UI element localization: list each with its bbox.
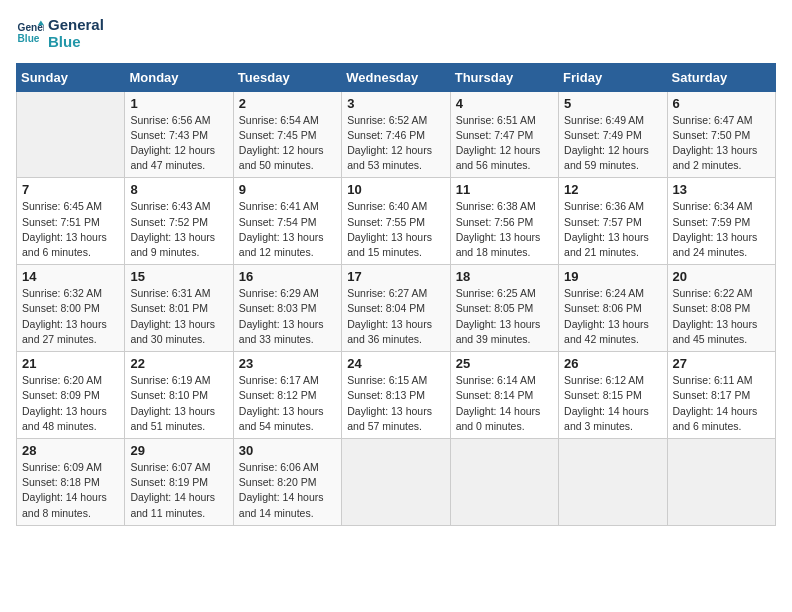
weekday-header-monday: Monday <box>125 63 233 91</box>
calendar-cell: 16Sunrise: 6:29 AMSunset: 8:03 PMDayligh… <box>233 265 341 352</box>
logo-text-blue: Blue <box>48 33 104 50</box>
day-number: 25 <box>456 356 553 371</box>
day-number: 1 <box>130 96 227 111</box>
day-number: 26 <box>564 356 661 371</box>
day-info: Sunrise: 6:22 AMSunset: 8:08 PMDaylight:… <box>673 286 770 347</box>
calendar-cell: 28Sunrise: 6:09 AMSunset: 8:18 PMDayligh… <box>17 439 125 526</box>
calendar-cell: 5Sunrise: 6:49 AMSunset: 7:49 PMDaylight… <box>559 91 667 178</box>
calendar-cell: 3Sunrise: 6:52 AMSunset: 7:46 PMDaylight… <box>342 91 450 178</box>
calendar-cell: 29Sunrise: 6:07 AMSunset: 8:19 PMDayligh… <box>125 439 233 526</box>
day-info: Sunrise: 6:09 AMSunset: 8:18 PMDaylight:… <box>22 460 119 521</box>
day-number: 29 <box>130 443 227 458</box>
weekday-header-wednesday: Wednesday <box>342 63 450 91</box>
day-info: Sunrise: 6:25 AMSunset: 8:05 PMDaylight:… <box>456 286 553 347</box>
calendar-cell: 24Sunrise: 6:15 AMSunset: 8:13 PMDayligh… <box>342 352 450 439</box>
day-info: Sunrise: 6:11 AMSunset: 8:17 PMDaylight:… <box>673 373 770 434</box>
calendar-week-2: 7Sunrise: 6:45 AMSunset: 7:51 PMDaylight… <box>17 178 776 265</box>
day-info: Sunrise: 6:19 AMSunset: 8:10 PMDaylight:… <box>130 373 227 434</box>
day-number: 10 <box>347 182 444 197</box>
day-info: Sunrise: 6:38 AMSunset: 7:56 PMDaylight:… <box>456 199 553 260</box>
calendar-week-1: 1Sunrise: 6:56 AMSunset: 7:43 PMDaylight… <box>17 91 776 178</box>
calendar-cell: 1Sunrise: 6:56 AMSunset: 7:43 PMDaylight… <box>125 91 233 178</box>
calendar-cell: 13Sunrise: 6:34 AMSunset: 7:59 PMDayligh… <box>667 178 775 265</box>
day-number: 7 <box>22 182 119 197</box>
day-number: 21 <box>22 356 119 371</box>
calendar-cell: 9Sunrise: 6:41 AMSunset: 7:54 PMDaylight… <box>233 178 341 265</box>
day-number: 16 <box>239 269 336 284</box>
calendar-cell: 21Sunrise: 6:20 AMSunset: 8:09 PMDayligh… <box>17 352 125 439</box>
day-number: 22 <box>130 356 227 371</box>
day-info: Sunrise: 6:31 AMSunset: 8:01 PMDaylight:… <box>130 286 227 347</box>
calendar-cell: 6Sunrise: 6:47 AMSunset: 7:50 PMDaylight… <box>667 91 775 178</box>
day-info: Sunrise: 6:40 AMSunset: 7:55 PMDaylight:… <box>347 199 444 260</box>
calendar-header-row: SundayMondayTuesdayWednesdayThursdayFrid… <box>17 63 776 91</box>
weekday-header-sunday: Sunday <box>17 63 125 91</box>
day-info: Sunrise: 6:15 AMSunset: 8:13 PMDaylight:… <box>347 373 444 434</box>
day-number: 2 <box>239 96 336 111</box>
calendar-cell: 27Sunrise: 6:11 AMSunset: 8:17 PMDayligh… <box>667 352 775 439</box>
day-info: Sunrise: 6:12 AMSunset: 8:15 PMDaylight:… <box>564 373 661 434</box>
day-number: 18 <box>456 269 553 284</box>
calendar-cell: 20Sunrise: 6:22 AMSunset: 8:08 PMDayligh… <box>667 265 775 352</box>
day-number: 3 <box>347 96 444 111</box>
day-number: 27 <box>673 356 770 371</box>
calendar-cell: 14Sunrise: 6:32 AMSunset: 8:00 PMDayligh… <box>17 265 125 352</box>
weekday-header-saturday: Saturday <box>667 63 775 91</box>
calendar-cell: 19Sunrise: 6:24 AMSunset: 8:06 PMDayligh… <box>559 265 667 352</box>
calendar-cell <box>17 91 125 178</box>
calendar-cell <box>559 439 667 526</box>
day-number: 28 <box>22 443 119 458</box>
day-number: 24 <box>347 356 444 371</box>
day-number: 13 <box>673 182 770 197</box>
calendar-cell: 12Sunrise: 6:36 AMSunset: 7:57 PMDayligh… <box>559 178 667 265</box>
calendar-cell: 23Sunrise: 6:17 AMSunset: 8:12 PMDayligh… <box>233 352 341 439</box>
day-info: Sunrise: 6:32 AMSunset: 8:00 PMDaylight:… <box>22 286 119 347</box>
day-info: Sunrise: 6:45 AMSunset: 7:51 PMDaylight:… <box>22 199 119 260</box>
day-info: Sunrise: 6:24 AMSunset: 8:06 PMDaylight:… <box>564 286 661 347</box>
logo-text-general: General <box>48 16 104 33</box>
calendar-cell <box>450 439 558 526</box>
day-number: 11 <box>456 182 553 197</box>
day-number: 23 <box>239 356 336 371</box>
day-info: Sunrise: 6:06 AMSunset: 8:20 PMDaylight:… <box>239 460 336 521</box>
calendar-cell: 26Sunrise: 6:12 AMSunset: 8:15 PMDayligh… <box>559 352 667 439</box>
calendar-cell <box>667 439 775 526</box>
calendar-cell: 17Sunrise: 6:27 AMSunset: 8:04 PMDayligh… <box>342 265 450 352</box>
day-info: Sunrise: 6:14 AMSunset: 8:14 PMDaylight:… <box>456 373 553 434</box>
calendar-week-4: 21Sunrise: 6:20 AMSunset: 8:09 PMDayligh… <box>17 352 776 439</box>
calendar-cell: 10Sunrise: 6:40 AMSunset: 7:55 PMDayligh… <box>342 178 450 265</box>
day-info: Sunrise: 6:34 AMSunset: 7:59 PMDaylight:… <box>673 199 770 260</box>
day-number: 30 <box>239 443 336 458</box>
day-number: 12 <box>564 182 661 197</box>
calendar-cell: 15Sunrise: 6:31 AMSunset: 8:01 PMDayligh… <box>125 265 233 352</box>
day-number: 19 <box>564 269 661 284</box>
svg-text:Blue: Blue <box>18 33 40 44</box>
calendar-body: 1Sunrise: 6:56 AMSunset: 7:43 PMDaylight… <box>17 91 776 525</box>
day-info: Sunrise: 6:36 AMSunset: 7:57 PMDaylight:… <box>564 199 661 260</box>
day-info: Sunrise: 6:27 AMSunset: 8:04 PMDaylight:… <box>347 286 444 347</box>
day-number: 20 <box>673 269 770 284</box>
day-info: Sunrise: 6:07 AMSunset: 8:19 PMDaylight:… <box>130 460 227 521</box>
day-info: Sunrise: 6:41 AMSunset: 7:54 PMDaylight:… <box>239 199 336 260</box>
page-header: General Blue General Blue <box>16 16 776 51</box>
day-number: 6 <box>673 96 770 111</box>
calendar-cell <box>342 439 450 526</box>
day-number: 8 <box>130 182 227 197</box>
calendar-week-5: 28Sunrise: 6:09 AMSunset: 8:18 PMDayligh… <box>17 439 776 526</box>
calendar-cell: 4Sunrise: 6:51 AMSunset: 7:47 PMDaylight… <box>450 91 558 178</box>
logo: General Blue General Blue <box>16 16 104 51</box>
day-info: Sunrise: 6:29 AMSunset: 8:03 PMDaylight:… <box>239 286 336 347</box>
day-info: Sunrise: 6:49 AMSunset: 7:49 PMDaylight:… <box>564 113 661 174</box>
weekday-header-thursday: Thursday <box>450 63 558 91</box>
calendar-week-3: 14Sunrise: 6:32 AMSunset: 8:00 PMDayligh… <box>17 265 776 352</box>
day-info: Sunrise: 6:56 AMSunset: 7:43 PMDaylight:… <box>130 113 227 174</box>
calendar-cell: 30Sunrise: 6:06 AMSunset: 8:20 PMDayligh… <box>233 439 341 526</box>
day-info: Sunrise: 6:17 AMSunset: 8:12 PMDaylight:… <box>239 373 336 434</box>
calendar-cell: 25Sunrise: 6:14 AMSunset: 8:14 PMDayligh… <box>450 352 558 439</box>
day-info: Sunrise: 6:43 AMSunset: 7:52 PMDaylight:… <box>130 199 227 260</box>
day-info: Sunrise: 6:47 AMSunset: 7:50 PMDaylight:… <box>673 113 770 174</box>
calendar-cell: 2Sunrise: 6:54 AMSunset: 7:45 PMDaylight… <box>233 91 341 178</box>
calendar-cell: 18Sunrise: 6:25 AMSunset: 8:05 PMDayligh… <box>450 265 558 352</box>
day-number: 4 <box>456 96 553 111</box>
calendar-cell: 22Sunrise: 6:19 AMSunset: 8:10 PMDayligh… <box>125 352 233 439</box>
